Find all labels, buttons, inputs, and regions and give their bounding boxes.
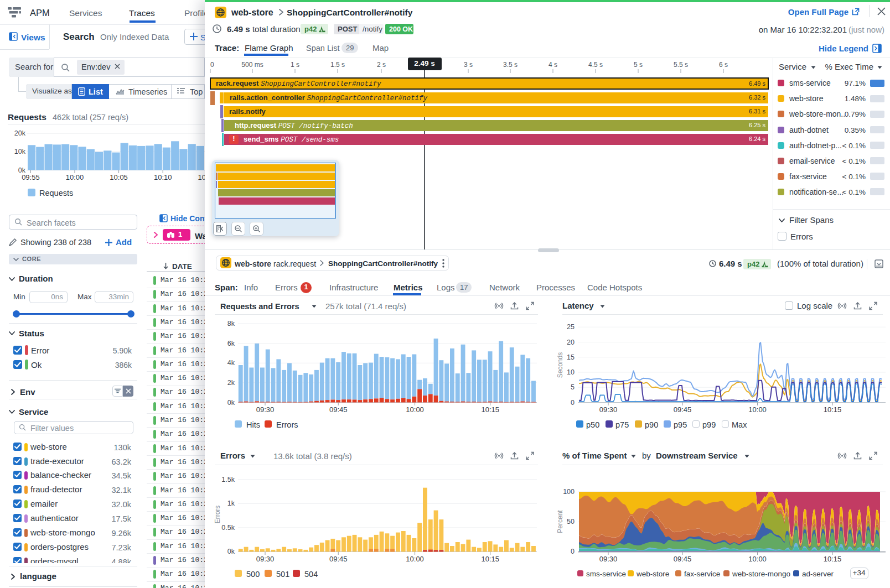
svg-text:09:30: 09:30 xyxy=(599,555,618,563)
svg-text:09:45: 09:45 xyxy=(674,555,692,563)
svg-text:10:00: 10:00 xyxy=(748,405,767,414)
svg-text:09:45: 09:45 xyxy=(329,555,348,563)
svg-text:Errors: Errors xyxy=(214,506,221,524)
svg-text:09:45: 09:45 xyxy=(674,405,692,414)
svg-text:15: 15 xyxy=(567,353,575,361)
svg-text:8k: 8k xyxy=(227,320,235,327)
svg-text:10:00: 10:00 xyxy=(406,405,424,414)
svg-text:Percent: Percent xyxy=(556,510,564,533)
svg-text:Seconds: Seconds xyxy=(556,352,564,378)
svg-text:25: 25 xyxy=(567,323,575,331)
svg-text:20: 20 xyxy=(567,339,575,346)
svg-text:100: 100 xyxy=(563,488,575,496)
svg-text:09:30: 09:30 xyxy=(599,405,618,414)
svg-text:0k: 0k xyxy=(227,548,235,555)
svg-text:09:30: 09:30 xyxy=(256,405,275,414)
svg-text:10: 10 xyxy=(567,368,575,376)
svg-text:1.5k: 1.5k xyxy=(221,476,235,483)
svg-text:6k: 6k xyxy=(227,340,235,347)
svg-text:10:00: 10:00 xyxy=(748,555,767,563)
svg-text:10:15: 10:15 xyxy=(481,555,499,563)
svg-text:50: 50 xyxy=(567,518,575,525)
svg-text:5: 5 xyxy=(571,383,575,391)
svg-text:10:15: 10:15 xyxy=(824,405,842,414)
svg-text:0k: 0k xyxy=(227,399,235,407)
svg-text:10:15: 10:15 xyxy=(481,405,499,414)
svg-text:10:00: 10:00 xyxy=(406,555,424,563)
svg-text:1k: 1k xyxy=(227,499,235,507)
svg-text:0.5k: 0.5k xyxy=(221,524,235,532)
svg-text:09:30: 09:30 xyxy=(256,555,275,563)
svg-text:0: 0 xyxy=(571,548,575,555)
svg-text:0: 0 xyxy=(571,399,575,407)
svg-text:2k: 2k xyxy=(227,379,235,387)
svg-text:09:45: 09:45 xyxy=(329,405,348,414)
svg-text:4k: 4k xyxy=(227,359,235,367)
svg-text:10:15: 10:15 xyxy=(824,555,842,563)
